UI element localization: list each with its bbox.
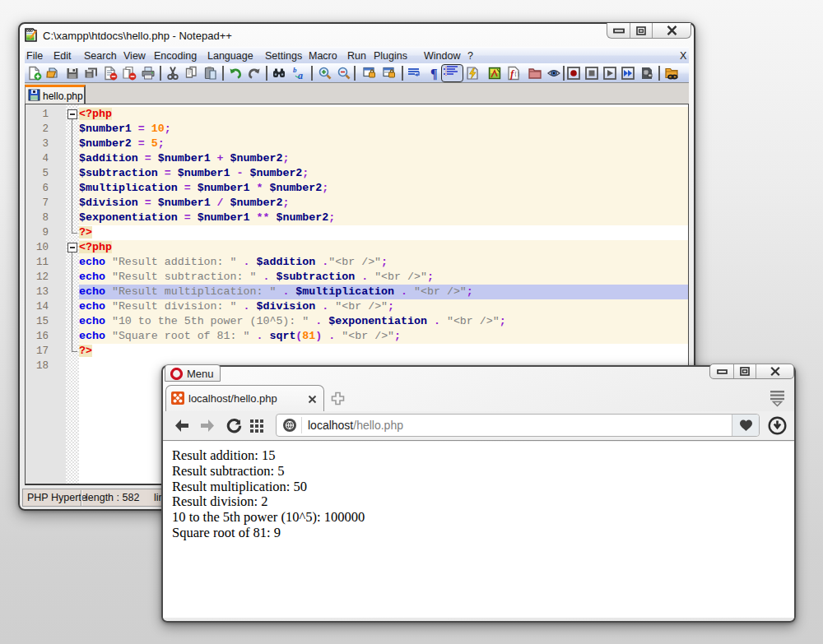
svg-text:¶: ¶ (430, 67, 438, 81)
svg-text:b: b (293, 66, 297, 74)
svg-text:{}: {} (514, 71, 521, 78)
svg-text:a: a (298, 70, 303, 81)
